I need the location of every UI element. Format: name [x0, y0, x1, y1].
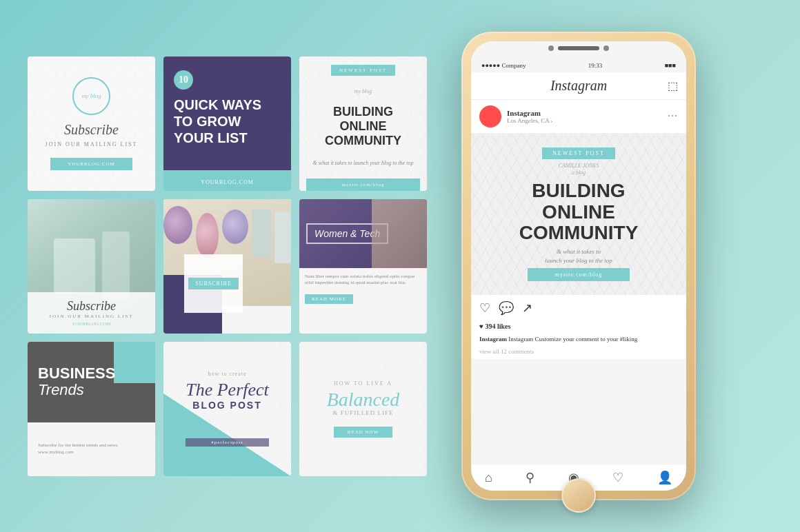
comment-icon[interactable]: 💬	[499, 300, 514, 316]
how-to-label-8: how to create	[186, 371, 269, 377]
card6-photo: Women & Tech	[299, 199, 427, 268]
post-tagline: & what it takes tolaunch your blog to th…	[545, 247, 612, 265]
subscribe-white-block: SUBSCRIBE	[184, 254, 243, 313]
post-url-bar: mysite.com/blog	[528, 268, 630, 281]
subscribe-btn-5[interactable]: SUBSCRIBE	[188, 278, 239, 289]
account-info-left: Instagram Los Angeles, CA ›	[479, 105, 553, 127]
share-icon[interactable]: ↗	[522, 300, 532, 316]
flower-3	[222, 209, 248, 244]
phone-frame: ●●●●● Company 19:33 ■■■ Instagram ⬚ Inst…	[461, 32, 696, 500]
account-info-text: Instagram Los Angeles, CA ›	[507, 109, 553, 124]
inbox-icon[interactable]: ⬚	[668, 79, 678, 92]
hashtag-8: #perfectpost	[186, 438, 269, 447]
battery-indicator: ■■■	[665, 62, 676, 69]
account-name[interactable]: Instagram	[507, 109, 553, 117]
nav-heart-icon[interactable]: ♡	[612, 470, 623, 485]
card-quick-ways: 10 QUICK WAYS TO GROW YOUR LIST YOURBLOG…	[163, 57, 291, 191]
business-subtitle: Subscribe for the hottest trends and new…	[38, 442, 145, 456]
card-subscribe-photo: Subscribe JOIN OUR MAILING LIST YOURBLOG…	[28, 199, 155, 334]
hex-pattern-1	[28, 57, 155, 191]
phone-screen: ●●●●● Company 19:33 ■■■ Instagram ⬚ Inst…	[471, 41, 686, 491]
card2-top: 10 QUICK WAYS TO GROW YOUR LIST	[163, 57, 291, 170]
hex-pattern-9	[299, 342, 427, 476]
flower-2	[196, 213, 219, 258]
like-icon[interactable]: ♡	[479, 300, 490, 316]
card7-bottom: Subscribe for the hottest trends and new…	[28, 422, 155, 476]
business-title: BUSINESS Trends	[38, 365, 115, 398]
teal-corner-7	[114, 342, 155, 383]
card-business-trends: BUSINESS Trends Subscribe for the hottes…	[28, 342, 155, 476]
speaker-bar	[558, 46, 599, 50]
blog-post-label: BLOG POST	[186, 400, 269, 411]
main-container: my blog Subscribe JOIN OUR MAILING LIST …	[0, 0, 800, 532]
time-display: 19:33	[588, 62, 603, 69]
post-newest-badge: NEWEST POST	[542, 147, 615, 159]
vase-2	[274, 212, 291, 263]
instagram-logo: Instagram	[550, 78, 607, 94]
post-caption: Instagram Instagram Customize your comme…	[471, 334, 686, 347]
card2-url-bar: YOURBLOG.COM	[163, 170, 291, 191]
post-community-title: BUILDING ONLINE COMMUNITY	[519, 181, 639, 244]
subscribe-overlay: Subscribe JOIN OUR MAILING LIST YOURBLOG…	[28, 292, 155, 334]
nav-home-icon[interactable]: ⌂	[485, 471, 492, 485]
person-photo	[372, 199, 427, 268]
read-more-btn-6[interactable]: READ MORE	[305, 294, 353, 304]
caption-username[interactable]: Instagram	[479, 336, 507, 342]
instagram-header: Instagram ⬚	[471, 72, 686, 100]
home-button[interactable]	[561, 478, 596, 513]
card2-title: QUICK WAYS TO GROW YOUR LIST	[174, 96, 261, 146]
url-small-4: YOURBLOG.COM	[36, 321, 147, 327]
perfect-text: The Perfect	[186, 380, 269, 400]
camera-dot-2	[603, 45, 609, 51]
caption-text: Instagram Customize your comment to your…	[508, 336, 637, 342]
flower-1	[163, 206, 192, 244]
account-location[interactable]: Los Angeles, CA ›	[507, 117, 553, 124]
card-flowers: SUBSCRIBE	[163, 199, 291, 334]
post-image-area: NEWEST POST CAMILLE JONES a blog BUILDIN…	[471, 134, 686, 295]
phone-camera-area	[548, 45, 609, 51]
card6-body: Nam liber tempor cum soluta nobis eligen…	[305, 274, 421, 287]
likes-count: ♥ 394 likes	[471, 321, 686, 334]
post-options-dots[interactable]: ···	[668, 110, 678, 123]
gray-section-7: BUSINESS Trends	[28, 342, 155, 422]
camera-dot	[548, 45, 554, 51]
card-subscribe-1: my blog Subscribe JOIN OUR MAILING LIST …	[28, 57, 155, 191]
vase-1	[252, 209, 271, 258]
card-perfect-blog: how to create The Perfect BLOG POST #per…	[163, 342, 291, 476]
view-comments-link[interactable]: view all 12 comments	[471, 347, 686, 359]
nav-search-icon[interactable]: ⚲	[526, 470, 534, 485]
post-blog-logo: CAMILLE JONES a blog	[559, 163, 599, 177]
signal-indicator: ●●●●● Company	[481, 62, 526, 69]
post-actions-row: ♡ 💬 ↗	[471, 295, 686, 321]
instagram-avatar[interactable]	[479, 105, 501, 127]
card-community: NEWEST POST my blog BUILDING ONLINE COMM…	[299, 57, 427, 191]
number-badge: 10	[174, 70, 193, 90]
join-text-4: JOIN OUR MAILING LIST	[36, 314, 147, 319]
hex-pattern-3	[299, 57, 427, 191]
card6-text: Nam liber tempor cum soluta nobis eligen…	[299, 268, 427, 334]
post-account-row: Instagram Los Angeles, CA › ···	[471, 100, 686, 134]
card8-content: how to create The Perfect BLOG POST #per…	[186, 371, 269, 447]
card-balanced-life: HOW TO LIVE A Balanced & FUFILLED LIFE R…	[299, 342, 427, 476]
cards-grid: my blog Subscribe JOIN OUR MAILING LIST …	[28, 57, 427, 476]
subscribe-italic-4: Subscribe	[36, 299, 147, 314]
card-women-tech: Women & Tech Nam liber tempor cum soluta…	[299, 199, 427, 334]
nav-profile-icon[interactable]: 👤	[657, 470, 672, 485]
phone-container: ●●●●● Company 19:33 ■■■ Instagram ⬚ Inst…	[461, 32, 696, 500]
